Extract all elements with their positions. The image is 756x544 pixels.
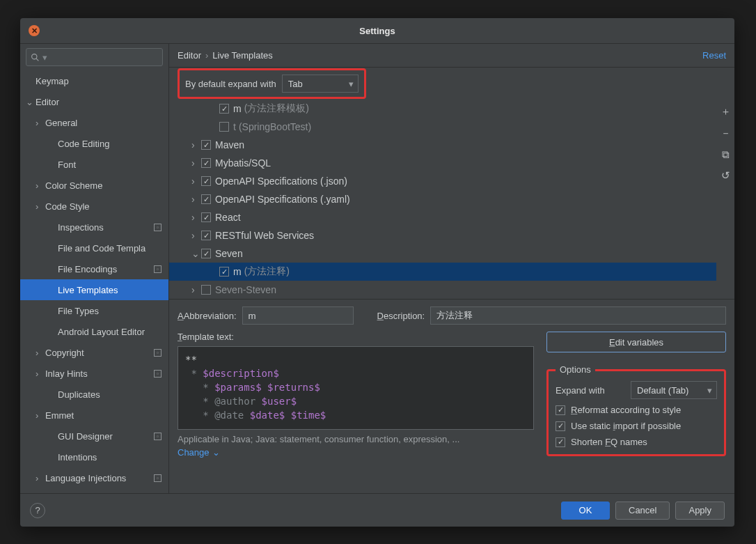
- chevron-icon: [191, 157, 201, 169]
- sidebar: ▾ Keymap⌄Editor›GeneralCode EditingFont›…: [20, 44, 169, 493]
- tree-row[interactable]: OpenAPI Specifications (.json): [169, 172, 716, 190]
- tree-row[interactable]: Seven: [169, 244, 716, 263]
- tree-checkbox[interactable]: [201, 249, 211, 258]
- reformat-checkbox[interactable]: [556, 405, 565, 415]
- sidebar-item-color-scheme[interactable]: ›Color Scheme: [20, 175, 168, 196]
- chevron-right-icon: ›: [36, 368, 44, 379]
- tree-checkbox[interactable]: [201, 212, 211, 222]
- options-title: Options: [556, 364, 595, 375]
- change-link[interactable]: Change ⌄: [178, 447, 534, 458]
- desc-input[interactable]: [430, 306, 726, 325]
- highlight-options: Options Expand with Default (Tab) Reform…: [546, 369, 726, 456]
- sidebar-item-android-layout-editor[interactable]: Android Layout Editor: [20, 321, 168, 342]
- tree-row[interactable]: React: [169, 208, 716, 226]
- tree-checkbox[interactable]: [201, 176, 211, 186]
- tree-checkbox[interactable]: [201, 285, 211, 295]
- tree-checkbox[interactable]: [201, 231, 211, 240]
- sidebar-item-label: Keymap: [36, 76, 69, 86]
- sidebar-item-editor[interactable]: ⌄Editor: [20, 91, 168, 112]
- sidebar-item-label: File Encodings: [58, 264, 117, 274]
- sidebar-item-general[interactable]: ›General: [20, 112, 168, 133]
- sidebar-item-gui-designer[interactable]: GUI Designer▫: [20, 426, 168, 446]
- templates-tree[interactable]: m(方法注释模板)t(SpringBootTest)MavenMybatis/S…: [169, 100, 716, 299]
- sidebar-item-keymap[interactable]: Keymap: [20, 70, 168, 91]
- desc-label: Description:: [377, 311, 425, 321]
- sidebar-item-inspections[interactable]: Inspections▫: [20, 217, 168, 238]
- undo-icon[interactable]: ↺: [721, 169, 730, 182]
- tree-checkbox[interactable]: [219, 104, 229, 114]
- project-badge-icon: ▫: [154, 370, 162, 378]
- project-badge-icon: ▫: [154, 224, 162, 231]
- tree-row[interactable]: m(方法注释模板): [169, 100, 716, 118]
- tree-row[interactable]: RESTful Web Services: [169, 226, 716, 244]
- tree-checkbox[interactable]: [201, 194, 211, 204]
- sidebar-item-label: Inlay Hints: [45, 368, 88, 379]
- reformat-label: Reformat according to style: [571, 405, 681, 415]
- template-text[interactable]: ** * $description$ * $params$ $returns$ …: [178, 346, 534, 430]
- chevron-icon: [191, 176, 201, 187]
- sidebar-item-label: Language Injections: [45, 473, 126, 483]
- tree-label: OpenAPI Specifications (.json): [215, 176, 347, 187]
- footer: ? OK Cancel Apply: [20, 493, 734, 527]
- breadcrumb: Editor › Live Templates Reset: [169, 44, 734, 68]
- tree-checkbox[interactable]: [219, 122, 229, 132]
- chevron-down-icon: ⌄: [26, 97, 34, 107]
- sidebar-item-code-editing[interactable]: Code Editing: [20, 133, 168, 154]
- cancel-button[interactable]: Cancel: [615, 502, 670, 520]
- tree-checkbox[interactable]: [201, 158, 211, 168]
- sidebar-item-live-templates[interactable]: Live Templates: [20, 279, 168, 300]
- sidebar-item-emmet[interactable]: ›Emmet: [20, 405, 168, 426]
- add-icon[interactable]: ＋: [720, 105, 731, 118]
- project-badge-icon: ▫: [154, 474, 162, 482]
- tree-row[interactable]: m(方法注释): [169, 263, 716, 281]
- tree-checkbox[interactable]: [219, 267, 229, 277]
- sidebar-item-inlay-hints[interactable]: ›Inlay Hints▫: [20, 363, 168, 384]
- tree-checkbox[interactable]: [201, 140, 211, 150]
- abbrev-label: AAbbreviation:: [178, 311, 237, 321]
- sidebar-item-font[interactable]: Font: [20, 154, 168, 175]
- reset-link[interactable]: Reset: [702, 50, 726, 61]
- remove-icon[interactable]: －: [720, 127, 731, 140]
- editor-area: AAbbreviation: Description: Template tex…: [169, 299, 734, 493]
- tree-row[interactable]: Maven: [169, 136, 716, 154]
- apply-button[interactable]: Apply: [675, 502, 725, 520]
- svg-line-1: [36, 59, 38, 61]
- edit-variables-button[interactable]: Edit variables: [546, 332, 726, 352]
- template-text-label: Template text:: [178, 332, 234, 342]
- sidebar-item-language-injections[interactable]: ›Language Injections▫: [20, 467, 168, 488]
- tree-label: Mybatis/SQL: [215, 157, 271, 169]
- chevron-icon: [191, 230, 201, 241]
- sidebar-item-file-encodings[interactable]: File Encodings▫: [20, 258, 168, 279]
- crumb-editor[interactable]: Editor: [178, 50, 201, 61]
- tree-row[interactable]: t(SpringBootTest): [169, 118, 716, 136]
- expand-value: Tab: [288, 79, 303, 89]
- chevron-icon: [191, 212, 201, 223]
- tree-row[interactable]: Mybatis/SQL: [169, 154, 716, 172]
- tree-label: Seven-Steven: [215, 284, 276, 295]
- sidebar-item-label: Android Layout Editor: [58, 327, 145, 337]
- chevron-icon: [191, 248, 201, 259]
- sidebar-item-code-style[interactable]: ›Code Style: [20, 196, 168, 217]
- sidebar-item-file-and-code-templa[interactable]: File and Code Templa: [20, 238, 168, 258]
- tree-label: t: [233, 121, 236, 132]
- tree-row[interactable]: OpenAPI Specifications (.yaml): [169, 190, 716, 208]
- sidebar-item-duplicates[interactable]: Duplicates: [20, 384, 168, 405]
- sidebar-item-file-types[interactable]: File Types: [20, 300, 168, 321]
- search-input[interactable]: ▾: [26, 48, 163, 66]
- sidebar-item-intentions[interactable]: Intentions: [20, 446, 168, 467]
- tree-row[interactable]: Seven-Steven: [169, 281, 716, 299]
- ok-button[interactable]: OK: [561, 502, 610, 520]
- opt-expand-select[interactable]: Default (Tab): [631, 381, 717, 399]
- tree-tools: ＋ － ⧉ ↺: [716, 100, 734, 299]
- help-button[interactable]: ?: [30, 503, 45, 518]
- abbrev-input[interactable]: [242, 306, 354, 325]
- static-import-checkbox[interactable]: [556, 421, 565, 431]
- tree-label: Maven: [215, 139, 244, 150]
- sidebar-item-label: Intentions: [58, 452, 97, 463]
- main: Editor › Live Templates Reset By default…: [169, 44, 734, 493]
- body: ▾ Keymap⌄Editor›GeneralCode EditingFont›…: [20, 43, 734, 493]
- shorten-fq-checkbox[interactable]: [556, 437, 565, 447]
- copy-icon[interactable]: ⧉: [722, 148, 730, 161]
- sidebar-item-copyright[interactable]: ›Copyright▫: [20, 342, 168, 363]
- expand-select[interactable]: Tab: [282, 75, 359, 93]
